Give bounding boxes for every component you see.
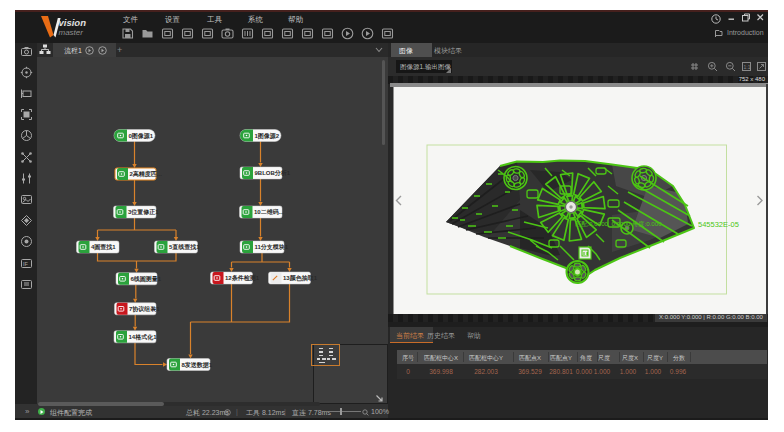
svg-text:545532E-05: 545532E-05: [698, 220, 739, 229]
svg-text:10二维码...: 10二维码...: [254, 208, 284, 216]
svg-text:5直线查找1: 5直线查找1: [169, 243, 200, 251]
svg-text:12条件检测1: 12条件检测1: [225, 274, 260, 282]
svg-text:匹配:0.0000, 0.0000 角度:0.000: 匹配:0.0000, 0.0000 角度:0.000: [575, 220, 662, 228]
svg-text:14格式化1: 14格式化1: [129, 333, 158, 341]
svg-text:9BLOB分析1: 9BLOB分析1: [255, 169, 291, 177]
svg-text:IF: IF: [23, 261, 29, 267]
svg-text:8发送数据1: 8发送数据1: [182, 361, 213, 369]
svg-text:4圆查找1: 4圆查找1: [91, 243, 116, 251]
svg-text:11分支模块1: 11分支模块1: [255, 243, 289, 251]
svg-text:0图像源1: 0图像源1: [129, 132, 154, 140]
svg-text:7协议组装1: 7协议组装1: [129, 305, 160, 313]
svg-text:6线圆测量1: 6线圆测量1: [131, 275, 162, 283]
svg-text:3位置修正1: 3位置修正1: [128, 208, 159, 216]
svg-text:1:1: 1:1: [743, 64, 750, 70]
svg-text:13颜色抽取1: 13颜色抽取1: [283, 274, 318, 282]
svg-text:1图像源2: 1图像源2: [255, 132, 280, 140]
svg-text:master: master: [59, 28, 84, 37]
svg-text:2高精度匹...: 2高精度匹...: [130, 170, 163, 178]
